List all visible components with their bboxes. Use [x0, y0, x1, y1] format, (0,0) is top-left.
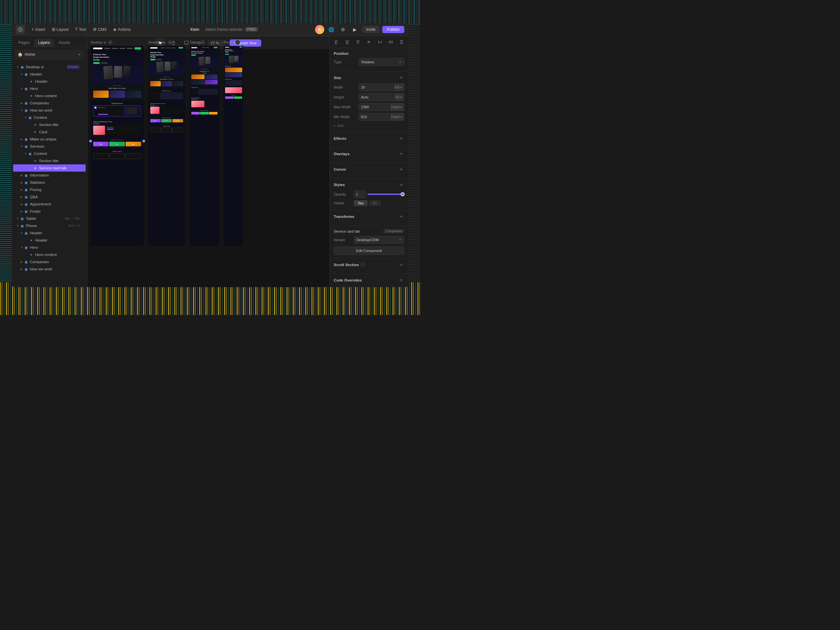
- scroll-section-info-icon[interactable]: ?: [360, 262, 365, 267]
- add-constraint-btn[interactable]: + Add...: [334, 123, 404, 129]
- home-dropdown[interactable]: 🏠 Home ▼: [14, 49, 84, 59]
- tab-layers[interactable]: Layers: [34, 39, 54, 47]
- layer-desktop-xl[interactable]: ▼ ▣ Desktop xl Primary ⠿: [13, 63, 86, 71]
- left-tabs: Pages Layers Assets: [12, 36, 87, 47]
- frame-sm-menu-btn[interactable]: ⋯: [168, 40, 172, 45]
- layer-service-card-tab[interactable]: ▶ ✦ Service card tab ⠿: [13, 164, 86, 172]
- layer-make-us-unique[interactable]: ▶ ▣ Make us unique ⠿: [13, 136, 86, 143]
- layer-how-we-work[interactable]: ▼ ▣ How we work ⠿: [13, 107, 86, 114]
- globe-icon-btn[interactable]: 🌐: [327, 25, 336, 34]
- min-width-value[interactable]: 810: [358, 113, 389, 121]
- preview-icon-btn[interactable]: ▶: [351, 25, 360, 34]
- layer-section-title2[interactable]: ▶ ✦ Section title ⠿: [13, 157, 86, 164]
- frame-phone-menu-btn[interactable]: ⋯: [235, 40, 240, 45]
- position-type-select[interactable]: Relative ▼: [358, 58, 404, 66]
- layer-hero-content[interactable]: ▶ ✦ Hero content ⠿: [13, 92, 86, 99]
- cms-menu[interactable]: ⚙ CMS: [90, 25, 110, 33]
- visible-no-btn[interactable]: No: [369, 200, 381, 206]
- settings-icon-btn[interactable]: ⚙: [339, 25, 348, 34]
- opacity-slider[interactable]: [368, 194, 404, 195]
- transforms-add-btn[interactable]: +: [398, 214, 404, 219]
- frame-desktop-sm[interactable]: Desktop sm ⋯: [148, 46, 185, 246]
- svg-rect-14: [356, 40, 360, 41]
- frame-menu-btn[interactable]: ⋯: [108, 40, 112, 45]
- frame-desktop-xl[interactable]: Desktop xl ⋯: [90, 46, 144, 246]
- layer-how-we-work-phone[interactable]: ▶ ▣ How we work ⠿: [13, 265, 86, 273]
- align-left-tool[interactable]: [332, 38, 340, 46]
- variant-select[interactable]: Desktop/CRM ▼: [354, 236, 404, 244]
- size-add-btn[interactable]: +: [398, 75, 404, 81]
- frame-icon: ▣: [24, 72, 28, 76]
- max-width-value[interactable]: 1360: [358, 103, 389, 111]
- frame-tablet[interactable]: Tablet ⋯ Enhance Yo: [189, 46, 219, 246]
- align-center-tool[interactable]: [343, 38, 351, 46]
- layer-statistics[interactable]: ▶ ▣ Statistics ⠿: [13, 179, 86, 186]
- layer-hero[interactable]: ▼ ▣ Hero ⠿: [13, 85, 86, 92]
- layer-hero-content-phone[interactable]: ▶ ✦ Hero content ⠿: [13, 251, 86, 258]
- distribute-h-tool[interactable]: [387, 38, 395, 46]
- min-width-unit-select[interactable]: Fixed ▼: [390, 113, 404, 121]
- zoom-control[interactable]: 17 % ▼: [208, 40, 226, 46]
- layer-footer[interactable]: ▶ ▣ Footer ⠿: [13, 208, 86, 215]
- canvas-area[interactable]: Desktop xl ⋯: [87, 36, 330, 287]
- opacity-slider-thumb[interactable]: [401, 192, 404, 196]
- layer-companies[interactable]: ▶ ▣ Companies ⠿: [13, 99, 86, 107]
- actions-menu[interactable]: ◈ Actions: [111, 25, 133, 33]
- text-menu[interactable]: T Text: [73, 25, 89, 33]
- align-top-tool[interactable]: [354, 38, 362, 46]
- visible-yes-btn[interactable]: Yes: [354, 200, 368, 206]
- layer-qa[interactable]: ▶ ▣ Q&A ⠿: [13, 193, 86, 201]
- glitch-right: [407, 25, 420, 282]
- effects-add-btn[interactable]: +: [398, 136, 404, 141]
- distribute-v-tool[interactable]: [398, 38, 406, 46]
- align-vcenter-tool[interactable]: [365, 38, 373, 46]
- scroll-section-add-btn[interactable]: +: [398, 262, 404, 268]
- layer-content[interactable]: ▼ ▣ Content ⠿: [13, 114, 86, 121]
- layer-companies-phone[interactable]: ▶ ▣ Companies ⠿: [13, 258, 86, 265]
- width-value[interactable]: 1fr: [358, 83, 393, 91]
- avatar[interactable]: K: [315, 25, 324, 34]
- width-unit-select[interactable]: Fill ▼: [393, 83, 404, 91]
- code-overrides-add-btn[interactable]: +: [398, 277, 404, 283]
- layer-header-phone-child[interactable]: ▶ ✦ Header ⠿: [13, 237, 86, 244]
- height-unit-select[interactable]: Fit ▼: [394, 93, 404, 101]
- svg-rect-28: [400, 43, 403, 44]
- layer-tablet[interactable]: ▼ ▣ Tablet 891 — 768 ⠿: [13, 215, 86, 222]
- invite-button[interactable]: Invite: [362, 26, 380, 33]
- layout-menu[interactable]: ⊞ Layout: [49, 25, 71, 33]
- layer-phone[interactable]: ▼ ▣ Phone 767 — 0 ⠿: [13, 222, 86, 229]
- tab-pages[interactable]: Pages: [14, 39, 33, 47]
- overlays-add-btn[interactable]: +: [398, 151, 404, 157]
- frame-icon: ▣: [24, 137, 28, 141]
- layer-card[interactable]: ▶ ✦ Card ⠿: [13, 128, 86, 136]
- frame-tablet-menu-btn[interactable]: ⋯: [201, 40, 205, 45]
- layer-header-child[interactable]: ▶ ✦ Header ⠿: [13, 78, 86, 85]
- menu-bar: + Insert ⊞ Layout T Text ⚙ CMS ◈ Actions…: [12, 23, 408, 36]
- layer-services[interactable]: ▼ ▣ Services ⠿: [13, 143, 86, 150]
- insert-menu[interactable]: + Insert: [29, 25, 48, 33]
- styles-add-btn[interactable]: +: [398, 182, 404, 188]
- actions-icon: ◈: [113, 27, 117, 32]
- layer-information[interactable]: ▶ ▣ Information ⠿: [13, 172, 86, 179]
- align-hcenter-tool[interactable]: [376, 38, 384, 46]
- edit-component-button[interactable]: Edit Component: [334, 246, 404, 255]
- height-value[interactable]: Auto: [358, 93, 393, 101]
- layer-appointment[interactable]: ▶ ▣ Appointment ⠿: [13, 201, 86, 208]
- frame-icon: ▣: [20, 216, 24, 221]
- cursor-add-btn[interactable]: +: [398, 166, 404, 172]
- max-width-unit-select[interactable]: Fixed ▼: [390, 103, 404, 111]
- app-logo[interactable]: [16, 25, 25, 34]
- frame-phone[interactable]: Phone ⋯ Enhance YourImage InnovativeDesi…: [224, 46, 243, 246]
- layer-header-phone[interactable]: ▼ ▣ Header ⠿: [13, 229, 86, 237]
- layer-header[interactable]: ▼ ▣ Header ⠿: [13, 71, 86, 78]
- tab-assets[interactable]: Assets: [54, 39, 74, 47]
- layer-section-title[interactable]: ▶ ✦ Section title ⠿: [13, 121, 86, 128]
- frame-icon: ▣: [24, 267, 28, 272]
- opacity-value[interactable]: 1: [354, 190, 366, 198]
- publish-button[interactable]: Publish: [382, 26, 404, 33]
- layer-pricing[interactable]: ▶ ▣ Pricing ⠿: [13, 186, 86, 193]
- frame-icon: ▣: [28, 151, 32, 156]
- layer-hero-phone[interactable]: ▼ ▣ Hero ⠿: [13, 244, 86, 251]
- svg-rect-11: [346, 41, 349, 41]
- layer-content2[interactable]: ▼ ▣ Content ⠿: [13, 150, 86, 157]
